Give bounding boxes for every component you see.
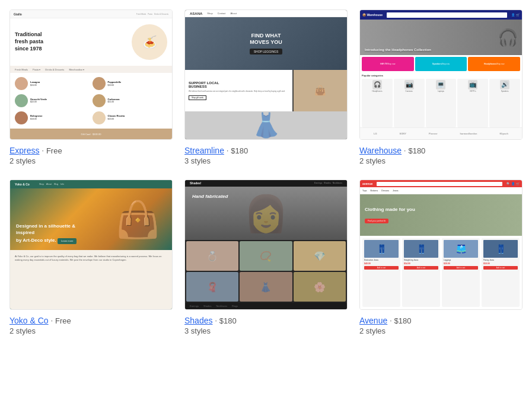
avenue-prod-image-3: 🩳	[444, 240, 478, 258]
avenue-hero-text: Clothing made for you	[365, 206, 415, 213]
yoko-footer-text: At Yoko & Co, our goal is to improve the…	[10, 250, 172, 309]
warehouse-hero: Introducing the Headphones Collection 🎧	[360, 20, 522, 55]
yoko-nav-about: About	[46, 183, 52, 185]
warehouse-prod-img: 📺	[468, 80, 477, 89]
theme-price-streamline: $180	[231, 146, 248, 155]
avenue-product-1: 👖 Destruction Jeans $49.99 Add to cart	[362, 238, 400, 307]
streamline-hero-text: FIND WHATMOVES YOU Shop leggings	[250, 33, 282, 55]
shades-bottom-bar: Earrings Shades Necklaces Rings	[185, 303, 347, 309]
yoko-nav: Shop About Blog Info	[39, 183, 64, 185]
theme-styles-yoko: 2 styles	[9, 326, 173, 335]
express-footer: Gift Card · $100.00	[10, 129, 172, 139]
streamline-text-block: SUPPORT LOCALBUSINESS We believe that lo…	[185, 70, 292, 111]
theme-price-yoko: Free	[55, 316, 71, 325]
shades-bottom-shades: Shades	[203, 305, 212, 308]
warehouse-brand-harman: harman/kardon	[460, 132, 477, 135]
avenue-add-to-cart-4[interactable]: Add to cart	[483, 266, 518, 270]
shades-grid-item-4: 🧣	[186, 272, 238, 302]
warehouse-topbar: 📦 Warehouse 👤 🛒	[360, 10, 522, 20]
theme-info-avenue: Avenue · $180 2 styles	[359, 316, 523, 335]
avenue-prod-label-3: Leggings	[444, 259, 478, 261]
theme-title-row-avenue: Avenue · $180	[359, 316, 523, 325]
avenue-prod-image-2: 👖	[404, 240, 438, 258]
avenue-add-to-cart-2[interactable]: Add to cart	[404, 266, 438, 270]
express-item-text: Classic Ricotta$23.00	[108, 114, 125, 121]
theme-card-yoko: Yoko & Co Shop About Blog Info 👜 Designe…	[9, 180, 173, 335]
avenue-prod-label-2: Straight-leg Jeans	[404, 259, 438, 261]
avenue-prod-label-4: Flaring Jeans	[483, 259, 518, 261]
yoko-logo: Yoko & Co	[15, 182, 30, 186]
express-item: Bolognese$18.00	[15, 110, 90, 125]
theme-price-avenue: $180	[394, 316, 412, 325]
avenue-nav-jeans: Jeans	[393, 190, 398, 192]
express-item-thumb	[93, 77, 106, 90]
theme-name-warehouse[interactable]: Warehouse	[359, 146, 402, 155]
theme-preview-yoko[interactable]: Yoko & Co Shop About Blog Info 👜 Designe…	[9, 180, 173, 310]
theme-name-shades[interactable]: Shades	[184, 316, 212, 325]
express-item: Pappardelle$19.00	[93, 76, 168, 91]
express-item-thumb	[15, 111, 28, 124]
theme-separator-shades: ·	[215, 316, 216, 325]
warehouse-account-icon: 👤	[511, 13, 515, 17]
avenue-prod-price-1: $49.99	[364, 262, 399, 265]
express-item: Lasagna$24.00	[15, 76, 90, 91]
avenue-nav-bottoms: Bottoms	[370, 190, 378, 192]
avenue-search-icon: 🔍	[506, 182, 510, 185]
streamline-gift-card-btn[interactable]: Shop gift cards	[189, 95, 206, 100]
shades-bottom-rings: Rings	[232, 305, 238, 308]
theme-separator-yoko: ·	[51, 316, 53, 325]
express-item-thumb	[93, 111, 106, 124]
express-item-text: Lasagna$24.00	[30, 81, 40, 87]
theme-preview-warehouse[interactable]: 📦 Warehouse 👤 🛒 Introducing the Headphon…	[359, 9, 523, 140]
yoko-nav-info: Info	[60, 183, 64, 185]
streamline-hero-cta: Shop leggings	[250, 49, 282, 55]
theme-styles-shades: 3 styles	[184, 326, 348, 335]
express-hero: Traditionalfresh pastasince 1978 🍝	[10, 18, 172, 66]
avenue-nav: Tops Bottoms Dresses Jeans	[360, 187, 522, 194]
warehouse-prod-img: 💻	[436, 80, 445, 89]
theme-preview-streamline[interactable]: ASANA Shop Contact About FIND WHATMOVES …	[184, 9, 348, 140]
express-hero-text: Traditionalfresh pastasince 1978	[15, 24, 127, 60]
warehouse-prod-img: 📷	[404, 80, 414, 89]
theme-preview-shades[interactable]: Shades! Earrings · Shades · Necklaces 👩 …	[184, 180, 348, 310]
warehouse-cat-headphones: HeadphonesShop now	[468, 57, 520, 71]
shades-hero: 👩 Hand fabricated	[185, 187, 347, 241]
theme-preview-express[interactable]: Giallo Fresh MealsPastaDrinks & Desserts…	[9, 9, 173, 140]
warehouse-cat-hifi: HiFi TVShop now	[362, 57, 414, 71]
theme-name-express[interactable]: Express	[9, 146, 40, 155]
express-header-bar: Giallo Fresh MealsPastaDrinks & Desserts	[10, 10, 172, 18]
theme-info-express: Express · Free 2 styles	[9, 146, 173, 165]
theme-name-streamline[interactable]: Streamline	[184, 146, 224, 155]
yoko-cta-button[interactable]: Learn more	[58, 238, 77, 244]
theme-preview-avenue[interactable]: avenue 🔍 👤 🛒 Tops Bottoms Dresses Jeans	[359, 180, 523, 310]
warehouse-product-tv: 📺 HDTV's	[457, 79, 488, 127]
shades-product-grid: 💍 📿 💎 🧣 👗 🌸	[185, 240, 347, 303]
streamline-section: SUPPORT LOCALBUSINESS We believe that lo…	[185, 70, 347, 111]
theme-info-warehouse: Warehouse · $180 2 styles	[359, 146, 523, 165]
express-logo: Giallo	[14, 12, 22, 16]
shades-grid-item-5: 👗	[240, 272, 292, 302]
theme-name-avenue[interactable]: Avenue	[359, 316, 387, 325]
warehouse-prod-label: HDTV's	[470, 90, 476, 92]
warehouse-brand-lg: LG	[374, 132, 377, 135]
theme-name-yoko[interactable]: Yoko & Co	[9, 316, 49, 325]
avenue-hero-cta[interactable]: Find your perfect fit	[365, 219, 388, 223]
shades-header: Shades! Earrings · Shades · Necklaces	[185, 180, 347, 187]
warehouse-prod-label: Cameras	[406, 90, 413, 92]
avenue-product-3: 🩳 Leggings $29.99 Add to cart	[442, 238, 480, 307]
streamline-header: ASANA Shop Contact About	[185, 10, 347, 17]
avenue-add-to-cart-3[interactable]: Add to cart	[444, 266, 478, 270]
avenue-prod-price-3: $29.99	[444, 262, 478, 265]
theme-separator-streamline: ·	[227, 146, 228, 155]
warehouse-product-headphones: 🎧 Headphones	[362, 79, 393, 127]
theme-card-express: Giallo Fresh MealsPastaDrinks & Desserts…	[9, 9, 173, 165]
shades-logo: Shades!	[190, 181, 201, 185]
streamline-hero: FIND WHATMOVES YOU Shop leggings	[185, 17, 347, 69]
express-item: Classic Ricotta$23.00	[93, 110, 168, 125]
warehouse-product-cameras: 📷 Cameras	[394, 79, 425, 127]
shades-hero-text: Hand fabricated	[192, 194, 228, 199]
avenue-add-to-cart-1[interactable]: Add to cart	[364, 266, 399, 270]
streamline-nav-contact: Contact	[218, 12, 226, 15]
warehouse-cat-speakers: SpeakersShop now	[415, 57, 467, 71]
warehouse-prod-label: Headphones	[372, 90, 382, 92]
